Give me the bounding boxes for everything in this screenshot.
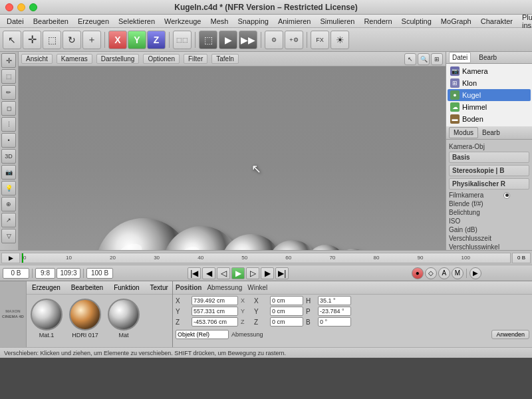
menu-selektieren[interactable]: Selektieren: [114, 16, 159, 27]
menu-mesh[interactable]: Mesh: [206, 16, 232, 27]
attr-winkel-tab[interactable]: Winkel: [247, 284, 267, 291]
menu-charakter[interactable]: Charakter: [477, 16, 517, 27]
mat-item-3[interactable]: Mat: [106, 297, 141, 340]
mat-item-1[interactable]: Mat.1: [29, 297, 64, 340]
tree-item-kugel[interactable]: ● Kugel: [448, 89, 531, 101]
tool-light[interactable]: ☀: [331, 31, 349, 49]
fps-box[interactable]: 9:8: [35, 268, 55, 279]
tool-edit-render[interactable]: ⚙: [265, 31, 283, 49]
menu-simulieren[interactable]: Simulieren: [316, 16, 358, 27]
mb-erzeugen[interactable]: Erzeugen: [29, 283, 63, 292]
vp-tafeln[interactable]: Tafeln: [211, 54, 239, 64]
end-frame-box[interactable]: 100 B: [86, 268, 113, 279]
vp-icon-move[interactable]: ↖: [404, 53, 416, 65]
menu-rendern[interactable]: Rendern: [360, 16, 396, 27]
attr-x-field[interactable]: 739.492 cm: [192, 296, 238, 305]
left-btn-3d[interactable]: 3D: [1, 149, 16, 164]
prev-key-btn[interactable]: ◁: [217, 267, 230, 279]
record-btn[interactable]: ●: [412, 267, 424, 279]
left-btn-poly[interactable]: ◻: [1, 101, 16, 116]
prev-frame-btn[interactable]: ◀: [202, 267, 215, 279]
vp-icon-layout[interactable]: ⊞: [431, 53, 443, 65]
menu-sculpting[interactable]: Sculpting: [398, 16, 436, 27]
left-btn-point[interactable]: •: [1, 133, 16, 148]
attr-y-field[interactable]: 557.331 cm: [192, 307, 238, 316]
left-btn-edge[interactable]: ⋮: [1, 117, 16, 132]
viewport[interactable]: Ansicht Kameras Darstellung Optionen Fil…: [19, 52, 446, 250]
rp-tab-datei[interactable]: Datei: [449, 52, 471, 63]
mb-bearbeiten[interactable]: Bearbeiten: [68, 283, 106, 292]
vp-icon-zoom[interactable]: 🔍: [418, 53, 430, 65]
tree-item-boden[interactable]: ▬ Boden: [448, 113, 531, 125]
traffic-lights[interactable]: [5, 3, 37, 11]
close-button[interactable]: [5, 3, 13, 11]
abm-z-field[interactable]: 0 cm: [270, 317, 303, 327]
current-frame-box[interactable]: 0 B: [3, 268, 29, 279]
object-rel-field[interactable]: Objekt (Rel): [176, 330, 229, 339]
mat-item-2[interactable]: HDRI 017: [68, 297, 102, 340]
left-btn-null[interactable]: ⊕: [1, 197, 16, 211]
left-btn-light2[interactable]: 💡: [1, 181, 16, 196]
tool-render[interactable]: ▶▶: [239, 31, 257, 49]
left-btn-select[interactable]: ⬚: [1, 69, 16, 84]
left-btn-move[interactable]: ✛: [1, 53, 16, 68]
keyframe-btn[interactable]: ◇: [425, 267, 437, 279]
goto-start-btn[interactable]: |◀: [188, 267, 201, 279]
axis-y-button[interactable]: Y: [128, 31, 146, 49]
vp-filter[interactable]: Filter: [184, 54, 207, 64]
tree-item-himmel[interactable]: ☁ Himmel: [448, 101, 531, 113]
menu-mograph[interactable]: MoGraph: [437, 16, 475, 27]
tool-scale[interactable]: ⬚: [43, 31, 61, 49]
left-btn-paint[interactable]: ✏: [1, 85, 16, 100]
mb-textur[interactable]: Textur: [148, 283, 171, 292]
menu-erzeugen[interactable]: Erzeugen: [74, 16, 113, 27]
autokey-btn[interactable]: A: [438, 267, 450, 279]
vp-kameras[interactable]: Kameras: [57, 54, 92, 64]
attr-z-field[interactable]: -453.706 cm: [192, 317, 238, 327]
tool-rotate[interactable]: ↻: [63, 31, 81, 49]
abm-y-field[interactable]: 0 cm: [270, 307, 303, 316]
motion-btn[interactable]: M: [452, 267, 464, 279]
attr-abmessung-tab[interactable]: Abmessung: [207, 284, 242, 291]
timeline-ruler[interactable]: 0 10 20 30 40 50 60 70 80 90 100: [21, 253, 511, 263]
props-tab-bearb[interactable]: Bearb: [478, 128, 504, 138]
winkel-h-field[interactable]: 35.1 °: [318, 296, 351, 305]
props-tab-modus[interactable]: Modus: [449, 127, 478, 138]
tool-render-region[interactable]: ⬚: [199, 31, 217, 49]
next-key-btn[interactable]: ▷: [246, 267, 259, 279]
minimize-button[interactable]: [17, 3, 25, 11]
tree-item-klon[interactable]: ⊞ Klon: [448, 77, 531, 89]
tool-add-render[interactable]: +⚙: [285, 31, 303, 49]
left-btn-bend[interactable]: ↗: [1, 213, 16, 227]
maximize-button[interactable]: [29, 3, 37, 11]
total-frames-box[interactable]: 109:3: [57, 268, 80, 279]
filmkamera-radio[interactable]: [503, 192, 510, 199]
attr-position-tab[interactable]: Position: [176, 284, 201, 291]
tool-render-view[interactable]: ▶: [219, 31, 237, 49]
menu-werkzeuge[interactable]: Werkzeuge: [160, 16, 205, 27]
menu-animieren[interactable]: Animieren: [274, 16, 315, 27]
mb-funktion[interactable]: Funktion: [111, 283, 142, 292]
vp-darstellung[interactable]: Darstellung: [96, 54, 140, 64]
rp-tab-bearb[interactable]: Bearb: [476, 53, 499, 63]
render-anim-btn[interactable]: ▶: [469, 267, 481, 279]
winkel-b-field[interactable]: 0 °: [318, 317, 351, 327]
axis-x-button[interactable]: X: [108, 31, 127, 49]
goto-end-btn[interactable]: ▶|: [275, 267, 289, 279]
scene-viewport[interactable]: ↖: [19, 66, 446, 250]
tree-item-camera[interactable]: 📷 Kamera: [448, 65, 531, 77]
menu-bearbeiten[interactable]: Bearbeiten: [29, 16, 72, 27]
tool-arrow[interactable]: ↖: [3, 31, 21, 49]
apply-button[interactable]: Anwenden: [491, 330, 529, 339]
menu-snapping[interactable]: Snapping: [233, 16, 273, 27]
tool-move[interactable]: ✛: [23, 31, 41, 49]
tool-plus[interactable]: ＋: [82, 31, 101, 49]
left-btn-arr[interactable]: ▽: [1, 229, 16, 243]
abm-x-field[interactable]: 0 cm: [270, 296, 303, 305]
menu-datei[interactable]: Datei: [3, 16, 28, 27]
next-frame-btn[interactable]: ▶: [261, 267, 274, 279]
left-btn-camera[interactable]: 📷: [1, 165, 16, 180]
vp-optionen[interactable]: Optionen: [143, 54, 180, 64]
tool-snap[interactable]: ⬚⬚: [173, 31, 192, 49]
vp-ansicht[interactable]: Ansicht: [21, 54, 53, 64]
